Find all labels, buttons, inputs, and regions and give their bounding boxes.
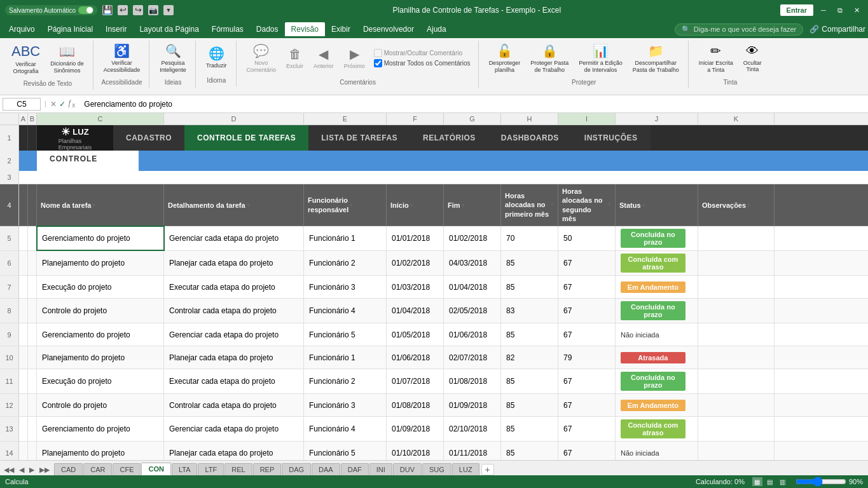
sheet-tab-con[interactable]: CON — [141, 463, 170, 475]
task-detail-11[interactable]: Executar cada etapa do projeto — [164, 369, 304, 393]
header-observations[interactable]: Observações ▾ — [698, 184, 775, 226]
responsible-13[interactable]: Funcionário 4 — [304, 417, 387, 441]
ortografia-button[interactable]: ABC VerificarOrtografia — [8, 41, 44, 78]
proteger-pasta-button[interactable]: 🔒 Proteger Pastade Trabalho — [527, 41, 572, 76]
sheet-tab-dag[interactable]: DAG — [282, 463, 311, 475]
end-6[interactable]: 04/03/2018 — [444, 251, 501, 275]
task-name-9[interactable]: Gerenciamento do projeto — [37, 323, 164, 346]
redo-icon[interactable]: ↪ — [133, 5, 143, 15]
menu-search-bar[interactable]: 🔍 Diga-me o que você deseja fazer — [675, 24, 803, 36]
sheet-tab-cad[interactable]: CAD — [54, 463, 83, 475]
menu-layout[interactable]: Layout da Página — [133, 22, 205, 36]
pesquisa-button[interactable]: 🔍 PesquisaInteligente — [156, 41, 190, 76]
header-start[interactable]: Início ▾ — [387, 184, 444, 226]
menu-inserir[interactable]: Inserir — [99, 22, 133, 36]
dropdown-arrow-h2[interactable]: ▾ — [608, 201, 611, 209]
hours1-8[interactable]: 83 — [501, 299, 558, 323]
obs-13[interactable] — [698, 417, 775, 441]
sheet-tab-cfe[interactable]: CFE — [113, 463, 141, 475]
mostrar-ocultar-checkbox[interactable] — [374, 49, 382, 57]
hours1-5[interactable]: 70 — [501, 226, 558, 250]
end-9[interactable]: 01/06/2018 — [444, 323, 501, 346]
status-10[interactable]: Atrasada — [616, 346, 698, 369]
menu-pagina-inicial[interactable]: Página Inicial — [41, 22, 99, 36]
task-detail-10[interactable]: Planejar cada etapa do projeto — [164, 346, 304, 369]
permitir-edicao-button[interactable]: 📊 Permitir a Ediçãode Intervalos — [575, 41, 626, 76]
sheet-nav-right[interactable]: ▶▶ — [38, 464, 51, 475]
autosave-pill[interactable] — [78, 6, 93, 14]
restore-button[interactable]: ⧉ — [834, 4, 846, 17]
hours2-9[interactable]: 67 — [558, 323, 616, 346]
end-12[interactable]: 01/09/2018 — [444, 394, 501, 416]
anterior-button[interactable]: ◀ Anterior — [310, 44, 338, 72]
obs-12[interactable] — [698, 394, 775, 416]
responsible-12[interactable]: Funcionário 3 — [304, 394, 387, 416]
hours1-6[interactable]: 85 — [501, 251, 558, 275]
dropdown-arrow-end[interactable]: ▾ — [462, 202, 465, 208]
nav-tab-instrucoes[interactable]: INSTRUÇÕES — [572, 125, 651, 151]
end-13[interactable]: 02/10/2018 — [444, 417, 501, 441]
sheet-tab-rep[interactable]: REP — [253, 463, 282, 475]
status-9[interactable]: Não iniciada — [616, 323, 698, 346]
header-task-detail[interactable]: Detalhamento da tarefa ▾ — [164, 184, 304, 226]
obs-10[interactable] — [698, 346, 775, 369]
sinonimos-button[interactable]: 📖 Dicionário deSinônimos — [46, 41, 88, 77]
header-hours1[interactable]: Horas alocadas no primeiro mês ▾ — [501, 184, 558, 226]
col-header-k[interactable]: K — [698, 113, 775, 125]
status-5[interactable]: Concluída no prazo — [616, 226, 698, 250]
task-detail-7[interactable]: Executar cada etapa do projeto — [164, 276, 304, 298]
status-13[interactable]: Concluída com atraso — [616, 417, 698, 441]
header-end[interactable]: Fim ▾ — [444, 184, 501, 226]
end-8[interactable]: 02/05/2018 — [444, 299, 501, 323]
hours2-6[interactable]: 67 — [558, 251, 616, 275]
sheet-nav-prev[interactable]: ◀ — [18, 464, 25, 475]
responsible-11[interactable]: Funcionário 2 — [304, 369, 387, 393]
hours1-11[interactable]: 85 — [501, 369, 558, 393]
task-name-5[interactable]: Gerenciamento do projeto — [37, 226, 164, 250]
task-detail-9[interactable]: Gerenciar cada etapa do projeto — [164, 323, 304, 346]
col-header-d[interactable]: D — [164, 113, 304, 125]
hours1-13[interactable]: 85 — [501, 417, 558, 441]
end-5[interactable]: 01/02/2018 — [444, 226, 501, 250]
header-responsible[interactable]: Funcionárioresponsável ▾ — [304, 184, 387, 226]
zoom-slider[interactable] — [796, 478, 846, 485]
menu-dados[interactable]: Dados — [250, 22, 285, 36]
formula-content[interactable]: Gerenciamento do projeto — [80, 98, 865, 110]
start-12[interactable]: 01/08/2018 — [387, 394, 444, 416]
end-11[interactable]: 01/08/2018 — [444, 369, 501, 393]
nav-tab-dashboards[interactable]: DASHBOARDS — [488, 125, 572, 151]
responsible-6[interactable]: Funcionário 2 — [304, 251, 387, 275]
mostrar-todos-label[interactable]: Mostrar Todos os Comentários — [374, 59, 471, 67]
confirm-formula-icon[interactable]: ✓ — [59, 100, 65, 109]
dropdown-arrow-start[interactable]: ▾ — [410, 202, 413, 208]
responsible-5[interactable]: Funcionário 1 — [304, 226, 387, 250]
hours2-8[interactable]: 67 — [558, 299, 616, 323]
obs-8[interactable] — [698, 299, 775, 323]
cell-reference[interactable] — [3, 98, 41, 111]
col-header-g[interactable]: G — [444, 113, 501, 125]
task-name-7[interactable]: Execução do projeto — [37, 276, 164, 298]
entrar-button[interactable]: Entrar — [780, 4, 813, 16]
hours2-10[interactable]: 79 — [558, 346, 616, 369]
start-11[interactable]: 01/07/2018 — [387, 369, 444, 393]
task-detail-5[interactable]: Gerenciar cada etapa do projeto — [164, 226, 304, 250]
responsible-10[interactable]: Funcionário 1 — [304, 346, 387, 369]
status-12[interactable]: Em Andamento — [616, 394, 698, 416]
controle-tab[interactable]: CONTROLE — [37, 151, 139, 171]
menu-revisao[interactable]: Revisão — [285, 22, 325, 36]
undo-icon[interactable]: ↩ — [118, 5, 128, 15]
dropdown-arrow-obs[interactable]: ▾ — [747, 202, 750, 208]
hours2-13[interactable]: 67 — [558, 417, 616, 441]
header-status[interactable]: Status ▾ — [616, 184, 698, 226]
autosave-toggle[interactable]: Salvamento Automático — [5, 5, 97, 15]
start-8[interactable]: 01/04/2018 — [387, 299, 444, 323]
save-icon[interactable]: 💾 — [102, 5, 113, 15]
sheet-tab-ini[interactable]: INI — [369, 463, 392, 475]
hours1-10[interactable]: 82 — [501, 346, 558, 369]
menu-formulas[interactable]: Fórmulas — [205, 22, 250, 36]
task-name-13[interactable]: Gerenciamento do projeto — [37, 417, 164, 441]
col-header-h[interactable]: H — [501, 113, 558, 125]
responsible-7[interactable]: Funcionário 3 — [304, 276, 387, 298]
nav-tab-cadastro[interactable]: CADASTRO — [113, 125, 184, 151]
hours2-5[interactable]: 50 — [558, 226, 616, 250]
